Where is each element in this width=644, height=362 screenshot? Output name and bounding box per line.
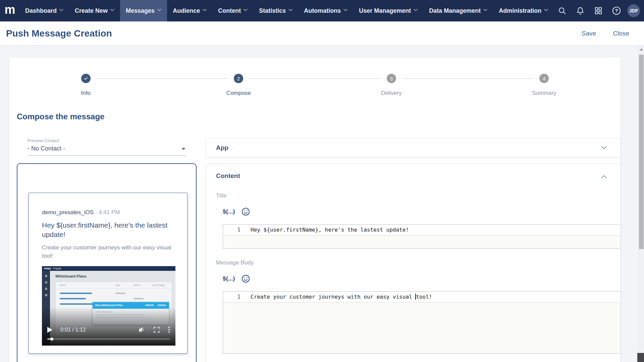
emoji-picker-button[interactable] xyxy=(241,207,250,216)
thumb-brand-logo: mapp xyxy=(44,267,51,270)
thumb-create-button: CREATE xyxy=(145,304,154,306)
mapp-logo[interactable]: m xyxy=(0,0,19,21)
title-toolbar: ${...} xyxy=(223,207,620,216)
step-summary[interactable]: 4 Summary xyxy=(468,74,621,97)
preview-contact-value: - No Contact - xyxy=(28,145,186,152)
thumb-page-title: Whiteboard Plans xyxy=(55,274,87,278)
play-icon[interactable] xyxy=(47,327,52,333)
nav-item-label: Audience xyxy=(173,7,200,14)
thumb-col-name: Name xyxy=(60,284,65,286)
scrollbar-thumb[interactable] xyxy=(639,55,644,249)
apps-grid-button[interactable] xyxy=(591,3,606,18)
step-compose[interactable]: 2 Compose xyxy=(162,74,315,97)
emoji-icon xyxy=(241,274,250,283)
chevron-down-icon xyxy=(483,9,487,11)
thumb-row-link xyxy=(60,303,95,305)
page-background: Info 2 Compose 3 Delivery 4 Summary Comp… xyxy=(0,46,644,362)
step-label: Info xyxy=(81,90,91,97)
body-editor-text[interactable]: Create your customer journeys with our e… xyxy=(245,292,432,302)
thumb-col-last-change: Last Change xyxy=(152,284,165,286)
chevron-down-icon xyxy=(59,9,63,11)
top-navbar: m Dashboard Create New Messages Audience… xyxy=(0,0,644,21)
emoji-picker-button[interactable] xyxy=(241,274,250,283)
thumb-row-cell xyxy=(115,293,125,294)
video-time-separator: / xyxy=(72,327,74,333)
nav-item-data-management[interactable]: Data Management xyxy=(423,0,493,21)
nav-item-create-new[interactable]: Create New xyxy=(69,0,120,21)
step-circle: 3 xyxy=(387,74,396,83)
more-options-icon[interactable] xyxy=(168,326,170,333)
personalization-button[interactable]: ${...} xyxy=(223,208,235,215)
video-progress-bar[interactable] xyxy=(47,339,170,340)
title-editor-text[interactable]: Hey ${user.firstName}, here's the lastes… xyxy=(245,225,409,235)
wizard-card: Info 2 Compose 3 Delivery 4 Summary Comp… xyxy=(9,57,621,362)
muted-speaker-icon[interactable] xyxy=(138,326,145,334)
editor-column: App Content Title ${...} xyxy=(206,138,621,362)
body-code-editor[interactable]: 1 Create your customer journeys with our… xyxy=(223,291,621,354)
nav-item-user-management[interactable]: User Management xyxy=(353,0,423,21)
video-current-time: 0:01 xyxy=(60,327,71,333)
chevron-down-icon xyxy=(414,9,418,11)
navbar-actions: ? JDF xyxy=(555,0,644,21)
content-accordion-title: Content xyxy=(216,172,240,179)
search-button[interactable] xyxy=(555,3,570,18)
thumb-col-author: Author xyxy=(133,284,140,286)
chevron-down-icon xyxy=(157,9,161,11)
title-code-editor[interactable]: 1 Hey ${user.firstName}, here's the last… xyxy=(223,224,621,249)
nav-item-messages[interactable]: Messages xyxy=(120,0,167,21)
video-progress-knob[interactable] xyxy=(50,338,53,341)
thumb-row-link xyxy=(60,298,86,299)
editor-active-line[interactable]: 1 Create your customer journeys with our… xyxy=(223,292,621,303)
nav-item-label: Administration xyxy=(499,7,541,14)
thumb-divider xyxy=(56,289,172,289)
vertical-scrollbar[interactable] xyxy=(638,46,644,362)
push-notification-preview: demo_presales_iOS · 4:41 PM Hey ${user.f… xyxy=(29,193,187,354)
step-label: Compose xyxy=(226,90,251,97)
user-avatar[interactable]: JDF xyxy=(627,4,640,17)
nav-item-label: Data Management xyxy=(429,7,481,14)
chevron-up-icon[interactable] xyxy=(601,175,607,178)
help-button[interactable]: ? xyxy=(609,3,624,18)
help-icon: ? xyxy=(612,6,621,15)
line-number: 1 xyxy=(223,292,245,302)
nav-item-audience[interactable]: Audience xyxy=(167,0,212,21)
chevron-down-icon xyxy=(288,9,292,11)
step-delivery[interactable]: 3 Delivery xyxy=(315,74,468,97)
scrollbar-up-arrow-icon[interactable] xyxy=(640,48,643,51)
scrollbar-corner xyxy=(637,353,644,362)
editor-active-line[interactable]: 1 Hey ${user.firstName}, here's the last… xyxy=(223,225,621,236)
video-controls: 0:01 / 1:12 xyxy=(42,325,175,334)
emoji-icon xyxy=(241,207,250,216)
thumb-modal-title: New Whiteboard Plan xyxy=(95,304,144,307)
close-button[interactable]: Close xyxy=(613,30,629,37)
nav-item-dashboard[interactable]: Dashboard xyxy=(19,0,69,21)
step-info[interactable]: Info xyxy=(9,74,162,97)
video-duration: 1:12 xyxy=(75,327,86,333)
svg-text:?: ? xyxy=(615,8,618,13)
nav-item-statistics[interactable]: Statistics xyxy=(253,0,298,21)
app-accordion[interactable]: App xyxy=(206,138,621,158)
push-dot: · xyxy=(95,209,97,216)
preview-contact-label: Preview Contact xyxy=(28,138,186,143)
line-number: 1 xyxy=(223,225,245,235)
content-accordion: Content Title ${...} 1 xyxy=(206,163,621,362)
preview-contact-select[interactable]: Preview Contact - No Contact - xyxy=(28,138,186,156)
notifications-button[interactable] xyxy=(573,3,588,18)
nav-item-automations[interactable]: Automations xyxy=(298,0,353,21)
step-circle-completed xyxy=(81,74,91,83)
nav-item-content[interactable]: Content xyxy=(212,0,253,21)
fullscreen-icon[interactable] xyxy=(153,326,160,333)
thumb-col-type: Type xyxy=(115,284,120,286)
nav-item-label: Dashboard xyxy=(25,7,57,14)
video-time: 0:01 / 1:12 xyxy=(60,327,86,333)
section-heading: Compose the message xyxy=(17,112,621,121)
nav-item-label: Automations xyxy=(304,7,341,14)
page-title: Push Message Creation xyxy=(6,28,112,39)
nav-item-administration[interactable]: Administration xyxy=(493,0,554,21)
nav-item-label: Content xyxy=(218,7,241,14)
chevron-down-icon[interactable] xyxy=(601,146,607,149)
personalization-button[interactable]: ${...} xyxy=(223,276,235,282)
save-button[interactable]: Save xyxy=(582,30,596,37)
title-field-label: Title xyxy=(216,192,620,199)
nav-item-label: Statistics xyxy=(259,7,286,14)
